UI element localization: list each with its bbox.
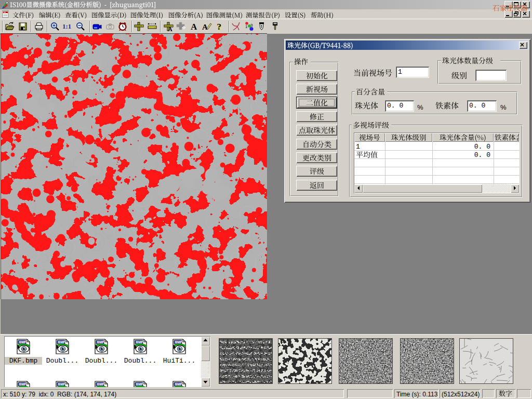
svg-text:3: 3 [250,23,253,28]
svg-text:A: A [191,22,197,32]
svg-text:?: ? [217,22,222,32]
svg-text:1: 1 [245,24,248,29]
svg-text:A: A [168,25,172,32]
svg-text:1:1: 1:1 [62,22,71,30]
svg-text:A: A [202,23,208,31]
